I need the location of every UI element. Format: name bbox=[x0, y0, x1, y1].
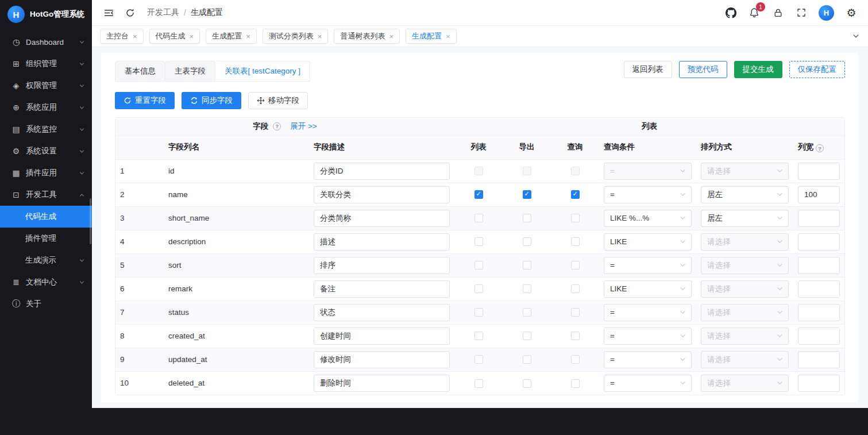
field-desc-input[interactable] bbox=[314, 257, 450, 274]
settings-button[interactable]: ⚙ bbox=[845, 6, 858, 19]
sync-fields-button[interactable]: 同步字段 bbox=[182, 92, 241, 109]
github-button[interactable] bbox=[724, 6, 737, 19]
collapse-sidebar-button[interactable] bbox=[102, 6, 115, 19]
query-condition-select[interactable]: = bbox=[604, 257, 692, 274]
column-width-input[interactable] bbox=[798, 257, 840, 274]
route-tab[interactable]: 生成配置× bbox=[206, 29, 257, 44]
list-checkbox[interactable] bbox=[474, 284, 483, 293]
route-tab[interactable]: 代码生成× bbox=[149, 29, 200, 44]
sidebar-scrollbar[interactable] bbox=[90, 198, 91, 244]
sidebar-item-plugin-manage[interactable]: 插件管理 bbox=[0, 228, 92, 249]
list-checkbox[interactable] bbox=[474, 355, 483, 364]
back-list-button[interactable]: 返回列表 bbox=[624, 61, 672, 78]
sidebar-item-docs[interactable]: ≣文档中心 bbox=[0, 271, 92, 293]
export-checkbox[interactable] bbox=[523, 284, 531, 293]
list-checkbox[interactable] bbox=[474, 214, 483, 222]
route-tab[interactable]: 主控台× bbox=[100, 29, 144, 44]
query-checkbox[interactable] bbox=[571, 237, 580, 246]
query-condition-select[interactable]: LIKE bbox=[604, 280, 692, 298]
align-select[interactable]: 请选择 bbox=[701, 375, 789, 392]
sidebar-item-dashboard[interactable]: ◷Dashboard bbox=[0, 31, 92, 53]
export-checkbox[interactable] bbox=[523, 261, 531, 270]
query-condition-select[interactable]: = bbox=[604, 375, 692, 392]
export-checkbox[interactable] bbox=[523, 355, 531, 364]
query-checkbox[interactable] bbox=[571, 261, 580, 270]
sidebar-item-settings[interactable]: ⚙系统设置 bbox=[0, 140, 92, 162]
query-checkbox[interactable] bbox=[571, 355, 580, 364]
export-checkbox[interactable] bbox=[523, 332, 531, 340]
query-checkbox[interactable] bbox=[571, 308, 580, 317]
align-select[interactable]: 请选择 bbox=[701, 351, 789, 368]
reset-fields-button[interactable]: 重置字段 bbox=[115, 92, 175, 109]
field-desc-input[interactable] bbox=[314, 328, 450, 345]
list-checkbox[interactable] bbox=[474, 190, 483, 199]
export-checkbox[interactable] bbox=[523, 190, 531, 199]
help-icon[interactable] bbox=[816, 144, 824, 152]
close-icon[interactable]: × bbox=[446, 33, 450, 40]
sidebar-item-about[interactable]: ⓘ关于 bbox=[0, 293, 92, 315]
export-checkbox[interactable] bbox=[523, 167, 531, 175]
close-icon[interactable]: × bbox=[318, 33, 322, 40]
export-checkbox[interactable] bbox=[523, 308, 531, 317]
sidebar-item-organization[interactable]: ⊞组织管理 bbox=[0, 53, 92, 75]
list-checkbox[interactable] bbox=[474, 237, 483, 246]
list-checkbox[interactable] bbox=[474, 167, 483, 175]
query-checkbox[interactable] bbox=[571, 214, 580, 222]
align-select[interactable]: 请选择 bbox=[701, 233, 789, 251]
sidebar-item-system-app[interactable]: ⊕系统应用 bbox=[0, 97, 92, 118]
field-desc-input[interactable] bbox=[314, 163, 450, 180]
export-checkbox[interactable] bbox=[523, 379, 531, 388]
column-width-input[interactable] bbox=[798, 233, 840, 251]
query-condition-select[interactable]: = bbox=[604, 351, 692, 368]
query-condition-select[interactable]: LIKE bbox=[604, 233, 692, 251]
column-width-input[interactable] bbox=[798, 375, 840, 392]
query-checkbox[interactable] bbox=[571, 379, 580, 388]
save-config-button[interactable]: 仅保存配置 bbox=[789, 61, 846, 78]
sidebar-item-gen-demo[interactable]: 生成演示 bbox=[0, 249, 92, 271]
breadcrumb-parent[interactable]: 开发工具 bbox=[147, 7, 179, 18]
align-select[interactable]: 请选择 bbox=[701, 257, 789, 274]
preview-code-button[interactable]: 预览代码 bbox=[679, 61, 727, 78]
query-condition-select[interactable]: = bbox=[604, 163, 692, 180]
column-width-input[interactable] bbox=[798, 280, 840, 298]
query-checkbox[interactable] bbox=[571, 167, 580, 175]
config-tab-basic-info[interactable]: 基本信息 bbox=[115, 61, 165, 82]
app-logo[interactable]: H HotGo管理系统 bbox=[0, 0, 92, 29]
query-condition-select[interactable]: LIKE %...% bbox=[604, 210, 692, 227]
sidebar-item-monitor[interactable]: ▤系统监控 bbox=[0, 118, 92, 140]
list-checkbox[interactable] bbox=[474, 261, 483, 270]
submit-generate-button[interactable]: 提交生成 bbox=[734, 61, 782, 78]
export-checkbox[interactable] bbox=[523, 214, 531, 222]
lock-screen-button[interactable] bbox=[771, 6, 784, 19]
query-condition-select[interactable]: = bbox=[604, 328, 692, 345]
close-icon[interactable]: × bbox=[389, 33, 394, 40]
field-desc-input[interactable] bbox=[314, 280, 450, 298]
route-tab[interactable]: 生成配置× bbox=[406, 29, 457, 44]
route-tab[interactable]: 普通树表列表× bbox=[334, 29, 400, 44]
list-checkbox[interactable] bbox=[474, 308, 483, 317]
close-icon[interactable]: × bbox=[133, 33, 137, 40]
align-select[interactable]: 居左 bbox=[701, 210, 789, 227]
config-tab-master-fields[interactable]: 主表字段 bbox=[165, 61, 215, 82]
close-icon[interactable]: × bbox=[246, 33, 250, 40]
column-width-input[interactable] bbox=[798, 163, 840, 180]
field-desc-input[interactable] bbox=[314, 375, 450, 392]
field-desc-input[interactable] bbox=[314, 304, 450, 321]
column-width-input[interactable] bbox=[798, 328, 840, 345]
align-select[interactable]: 请选择 bbox=[701, 163, 789, 180]
list-checkbox[interactable] bbox=[474, 379, 483, 388]
query-checkbox[interactable] bbox=[571, 284, 580, 293]
align-select[interactable]: 请选择 bbox=[701, 304, 789, 321]
notifications-button[interactable]: 1 bbox=[748, 6, 761, 19]
column-width-input[interactable] bbox=[798, 186, 840, 203]
route-tab[interactable]: 测试分类列表× bbox=[263, 29, 329, 44]
sidebar-item-codegen[interactable]: 代码生成 bbox=[0, 206, 92, 228]
field-desc-input[interactable] bbox=[314, 351, 450, 368]
field-desc-input[interactable] bbox=[314, 233, 450, 251]
column-width-input[interactable] bbox=[798, 304, 840, 321]
query-condition-select[interactable]: = bbox=[604, 186, 692, 203]
column-width-input[interactable] bbox=[798, 351, 840, 368]
export-checkbox[interactable] bbox=[523, 237, 531, 246]
align-select[interactable]: 居左 bbox=[701, 186, 789, 203]
field-desc-input[interactable] bbox=[314, 210, 450, 227]
